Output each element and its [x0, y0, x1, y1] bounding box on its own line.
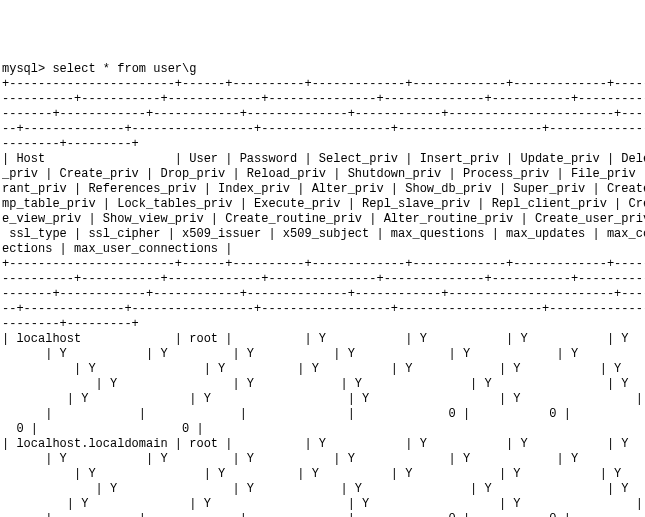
table-border: --+--------------+-----------------+----… [2, 122, 645, 136]
table-border: -------+------------+------------+------… [2, 107, 645, 121]
table-row: | Y | Y | Y | Y | Y | Y [2, 467, 645, 481]
table-header: rant_priv | References_priv | Index_priv… [2, 182, 645, 196]
mysql-prompt: mysql> [2, 62, 52, 76]
table-row: | Y | Y | Y | Y | [2, 497, 645, 511]
table-row: | Y | Y | Y | Y | Y [2, 482, 645, 496]
table-border: --------+---------+ [2, 317, 139, 331]
table-header: ections | max_user_connections | [2, 242, 232, 256]
table-row: | Y | Y | Y | Y | Y | Y [2, 362, 645, 376]
table-header: mp_table_priv | Lock_tables_priv | Execu… [2, 197, 645, 211]
table-border: +-----------------------+------+--------… [2, 257, 645, 271]
table-row: | localhost.localdomain | root | | Y | Y… [2, 437, 645, 451]
table-border: --+--------------+-----------------+----… [2, 302, 645, 316]
table-row: | localhost | root | | Y | Y | Y | Y [2, 332, 645, 346]
table-row: 0 | 0 | [2, 422, 204, 436]
table-header: ssl_type | ssl_cipher | x509_issuer | x5… [2, 227, 645, 241]
table-row: | | | | 0 | 0 | [2, 407, 645, 421]
table-border: --------+---------+ [2, 137, 139, 151]
table-row: | Y | Y | Y | Y | Y | Y | Y [2, 452, 645, 466]
table-row: | Y | Y | Y | Y | [2, 392, 645, 406]
sql-command: select * from user\g [52, 62, 196, 76]
terminal-output: mysql> select * from user\g +-----------… [2, 62, 645, 517]
table-row: | | | | 0 | 0 | [2, 512, 645, 517]
table-border: ----------+-----------+-------------+---… [2, 92, 645, 106]
table-border: +-----------------------+------+--------… [2, 77, 645, 91]
table-border: -------+------------+------------+------… [2, 287, 645, 301]
table-row: | Y | Y | Y | Y | Y | Y | Y [2, 347, 645, 361]
table-border: ----------+-----------+-------------+---… [2, 272, 645, 286]
table-header: | Host | User | Password | Select_priv |… [2, 152, 645, 166]
table-row: | Y | Y | Y | Y | Y [2, 377, 645, 391]
table-header: _priv | Create_priv | Drop_priv | Reload… [2, 167, 645, 181]
table-header: e_view_priv | Show_view_priv | Create_ro… [2, 212, 645, 226]
